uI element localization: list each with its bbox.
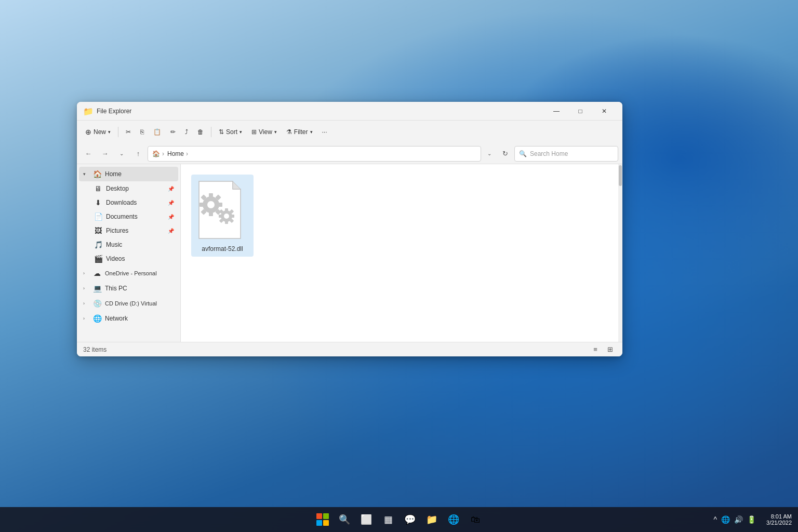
- taskbar-icons: 🔍 ⬜ ▦ 💬 📁 🌐 🛍: [313, 510, 485, 529]
- taskbar: 🔍 ⬜ ▦ 💬 📁 🌐 🛍 ^ 🌐 🔊 🔋: [0, 507, 798, 532]
- sidebar-item-desktop[interactable]: 🖥 Desktop 📌: [79, 182, 178, 195]
- scrollbar-track[interactable]: [618, 164, 622, 342]
- back-button[interactable]: ←: [81, 147, 96, 161]
- new-icon: ⊕: [85, 128, 91, 136]
- grid-view-button[interactable]: ⊞: [604, 344, 616, 355]
- sidebar-item-pictures[interactable]: 🖼 Pictures 📌: [79, 224, 178, 237]
- search-placeholder: Search Home: [530, 150, 568, 157]
- new-button[interactable]: ⊕ New ▾: [81, 124, 115, 140]
- view-chevron-icon: ▾: [274, 129, 277, 135]
- sidebar-item-thispc[interactable]: › 💻 This PC: [79, 281, 178, 296]
- svg-rect-7: [200, 203, 204, 207]
- scrollbar-thumb[interactable]: [619, 165, 622, 186]
- sidebar-item-onedrive[interactable]: › ☁ OneDrive - Personal: [79, 266, 178, 281]
- search-icon: 🔍: [519, 150, 527, 157]
- widgets-icon: ▦: [384, 514, 393, 525]
- view-button[interactable]: ⊞ View ▾: [247, 124, 281, 140]
- sidebar-item-documents[interactable]: 📄 Documents 📌: [79, 210, 178, 223]
- battery-icon[interactable]: 🔋: [747, 515, 756, 524]
- file-icon-container: [191, 179, 254, 241]
- svg-rect-5: [209, 212, 213, 216]
- sort-icon: ⇅: [219, 128, 224, 136]
- sidebar-item-home[interactable]: ▾ 🏠 Home: [79, 167, 178, 181]
- file-explorer-window: 📁 File Explorer — □ ✕ ⊕ New ▾ ✂ ⎘ 📋 ✏ ⤴: [77, 102, 622, 356]
- forward-button[interactable]: →: [98, 147, 112, 161]
- copy-button[interactable]: ⎘: [136, 124, 148, 140]
- status-bar: 32 items ≡ ⊞: [77, 342, 622, 356]
- sort-button[interactable]: ⇅ Sort ▾: [215, 124, 246, 140]
- maximize-button[interactable]: □: [568, 102, 592, 121]
- file-item-dll[interactable]: avformat-52.dll: [191, 175, 254, 257]
- file-explorer-taskbar-button[interactable]: 📁: [422, 510, 441, 529]
- volume-icon[interactable]: 🔊: [734, 515, 743, 524]
- chat-icon: 💬: [404, 514, 416, 525]
- taskbar-right: ^ 🌐 🔊 🔋 8:01 AM 3/21/2022: [713, 513, 792, 526]
- desktop-label: Desktop: [106, 185, 129, 192]
- svg-rect-4: [209, 193, 213, 197]
- clock[interactable]: 8:01 AM 3/21/2022: [766, 513, 792, 526]
- paste-button[interactable]: 📋: [149, 124, 165, 140]
- chevron-up-icon[interactable]: ^: [713, 515, 717, 524]
- thispc-icon: 💻: [92, 284, 102, 292]
- share-icon: ⤴: [185, 128, 188, 136]
- home-path-icon: 🏠: [152, 150, 160, 157]
- thispc-expand-icon: ›: [83, 286, 89, 291]
- more-icon: ···: [322, 128, 327, 136]
- svg-rect-17: [219, 215, 222, 218]
- recent-button[interactable]: ⌄: [114, 147, 129, 161]
- svg-point-3: [207, 201, 215, 208]
- store-button[interactable]: 🛍: [466, 510, 485, 529]
- filter-chevron-icon: ▾: [310, 129, 313, 135]
- browser-icon: 🌐: [448, 514, 459, 525]
- svg-point-13: [224, 214, 229, 219]
- network-tray-icon[interactable]: 🌐: [721, 515, 730, 524]
- rename-button[interactable]: ✏: [166, 124, 180, 140]
- sidebar-item-videos[interactable]: 🎬 Videos: [79, 252, 178, 265]
- close-button[interactable]: ✕: [592, 102, 616, 121]
- home-label: Home: [105, 170, 174, 178]
- videos-label: Videos: [106, 255, 125, 262]
- cut-icon: ✂: [126, 128, 131, 136]
- refresh-button[interactable]: ↻: [498, 147, 512, 161]
- filter-label: Filter: [294, 128, 308, 136]
- start-button[interactable]: [313, 510, 332, 529]
- path-separator: ›: [162, 150, 164, 157]
- list-view-button[interactable]: ≡: [589, 344, 602, 355]
- taskview-button[interactable]: ⬜: [357, 510, 376, 529]
- sort-label: Sort: [226, 128, 237, 136]
- browser-button[interactable]: 🌐: [444, 510, 463, 529]
- documents-icon: 📄: [94, 212, 103, 221]
- widgets-button[interactable]: ▦: [379, 510, 397, 529]
- onedrive-icon: ☁: [92, 269, 102, 277]
- minimize-button[interactable]: —: [544, 102, 568, 121]
- sidebar-item-cddrive[interactable]: › 💿 CD Drive (D:) Virtual: [79, 296, 178, 311]
- title-bar: 📁 File Explorer — □ ✕: [77, 102, 622, 121]
- sort-chevron-icon: ▾: [240, 129, 242, 135]
- file-name: avformat-52.dll: [202, 245, 243, 252]
- address-dropdown-button[interactable]: ⌄: [483, 146, 496, 162]
- cut-button[interactable]: ✂: [122, 124, 135, 140]
- sidebar-item-network[interactable]: › 🌐 Network: [79, 311, 178, 326]
- more-button[interactable]: ···: [318, 124, 331, 140]
- chat-button[interactable]: 💬: [401, 510, 419, 529]
- sidebar-item-music[interactable]: 🎵 Music: [79, 238, 178, 251]
- filter-button[interactable]: ⚗ Filter ▾: [282, 124, 317, 140]
- cddrive-label: CD Drive (D:) Virtual: [105, 300, 174, 307]
- pictures-pin-icon: 📌: [168, 228, 174, 234]
- cddrive-expand-icon: ›: [83, 301, 89, 306]
- address-path[interactable]: 🏠 › Home ›: [148, 146, 481, 162]
- cddrive-icon: 💿: [92, 299, 102, 308]
- share-button[interactable]: ⤴: [181, 124, 192, 140]
- search-taskbar-button[interactable]: 🔍: [335, 510, 354, 529]
- sidebar: ▾ 🏠 Home 🖥 Desktop 📌 ⬇ Downloads 📌 📄 Doc…: [77, 164, 181, 342]
- up-button[interactable]: ↑: [131, 147, 145, 161]
- paste-icon: 📋: [153, 128, 161, 136]
- search-box[interactable]: 🔍 Search Home: [514, 146, 618, 162]
- path-text: Home: [167, 150, 184, 157]
- sidebar-item-downloads[interactable]: ⬇ Downloads 📌: [79, 196, 178, 209]
- delete-button[interactable]: 🗑: [193, 124, 208, 140]
- taskview-icon: ⬜: [361, 514, 372, 525]
- documents-label: Documents: [106, 213, 138, 220]
- pictures-icon: 🖼: [94, 227, 103, 235]
- view-buttons: ≡ ⊞: [589, 344, 616, 355]
